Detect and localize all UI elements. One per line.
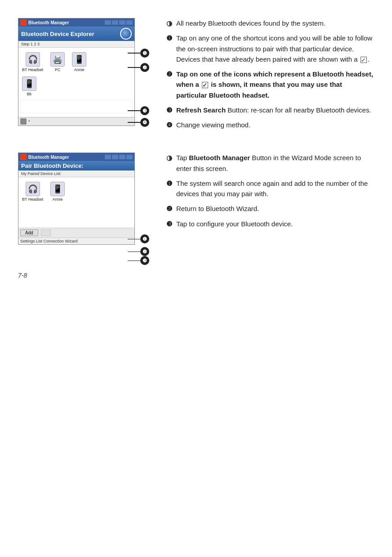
screen1-toolbar: ᵃ — [18, 117, 134, 126]
device-row-3: 🎧 BT Headset 📱 Annie — [20, 179, 133, 203]
screen2-header-title: Pair Bluetooth Device: — [21, 162, 84, 169]
desc-list-1: ◑ All nearby Bluetooth devices found by … — [166, 18, 374, 130]
screen2-tabs: Settings List Connection Wizard — [18, 238, 134, 244]
callout-line-1 — [128, 53, 140, 54]
screen1-header: Bluetooth Device Explorer — [18, 27, 134, 41]
titlebar-icons-2 — [105, 155, 133, 159]
titlebar-icons — [105, 20, 133, 25]
screen2-callout-2: ❷ — [128, 247, 149, 256]
bullet-1: ❶ — [166, 33, 174, 64]
callout-line-3 — [128, 110, 140, 111]
icon2 — [112, 20, 118, 25]
device-row-1: 🎧 BT Headset 🖨️ PC 📱 Annie — [20, 49, 133, 74]
desc-text-circle-1: All nearby Bluetooth devices found by th… — [176, 18, 374, 28]
headset-label: BT Headset — [22, 67, 43, 72]
bullet-3: ❸ — [166, 105, 174, 115]
callout-1: ❶ — [128, 49, 149, 58]
screen1-wrapper: Bluetooth Manager Bluetooth Device Explo… — [18, 18, 135, 126]
descriptions-2: ◑ Tap Bluetooth Manager Button in the Wi… — [166, 153, 374, 245]
screen1-body: 🎧 BT Headset 🖨️ PC 📱 Annie — [18, 48, 134, 117]
desc2-text-3: Tap to configure your Bluetooth device. — [176, 219, 374, 229]
screen2-callout-line-1 — [128, 239, 140, 240]
screen2-title: Bluetooth Manager — [28, 155, 103, 160]
screen1-header-title: Bluetooth Device Explorer — [21, 31, 94, 37]
icon4 — [126, 20, 133, 25]
bullet2-2: ❷ — [166, 203, 174, 214]
screen2-wrapper: Bluetooth Manager Pair Bluetooth Device: — [18, 153, 135, 245]
callout-num-2: ❷ — [140, 63, 149, 72]
screen2-body: 🎧 BT Headset 📱 Annie — [18, 177, 134, 228]
descriptions-1: ◑ All nearby Bluetooth devices found by … — [166, 18, 374, 135]
screen2-callout-num-2: ❷ — [140, 247, 149, 256]
add-button[interactable]: Add — [20, 229, 38, 236]
blank-area — [20, 100, 133, 113]
device-headset: 🎧 BT Headset — [22, 52, 43, 72]
refresh-search-label: Refresh Search — [176, 106, 226, 114]
bk-icon: 📱 — [22, 76, 36, 91]
section-1: Bluetooth Manager Bluetooth Device Explo… — [18, 18, 374, 135]
win-icon — [20, 19, 27, 26]
screen2-mockup: Bluetooth Manager Pair Bluetooth Device: — [18, 153, 135, 245]
device-annie-2: 📱 Annie — [50, 182, 65, 202]
desc-text-3: Refresh Search Button: re-scan for all n… — [176, 105, 374, 115]
screen2-container: Bluetooth Manager Pair Bluetooth Device: — [18, 153, 153, 245]
desc2-item-3: ❸ Tap to configure your Bluetooth device… — [166, 219, 374, 229]
screen1-steps: Step 1 2 3 — [18, 41, 134, 48]
screen1-titlebar: Bluetooth Manager — [18, 18, 134, 27]
callout-2: ❷ — [128, 63, 149, 72]
screen2-add-bar: Add — [18, 228, 134, 238]
screen2-callout-line-3 — [128, 261, 140, 261]
callout-line-4 — [128, 122, 140, 123]
bt-manager-bold: Bluetooth Manager — [189, 154, 250, 162]
desc-text-4: Change viewing method. — [176, 120, 374, 130]
callout-num-4: ❹ — [140, 118, 149, 127]
screen2-titlebar: Bluetooth Manager — [18, 153, 134, 161]
icon1 — [105, 20, 111, 25]
desc-text-2: Tap on one of the icons which represent … — [176, 69, 374, 100]
toolbar-text: ᵃ — [28, 119, 30, 124]
callout-line-2 — [128, 67, 140, 68]
screen1-mockup: Bluetooth Manager Bluetooth Device Explo… — [18, 18, 135, 126]
desc2-text-circle: Tap Bluetooth Manager Button in the Wiza… — [176, 153, 374, 174]
desc2-item-1: ❶ The system will search once again and … — [166, 178, 374, 199]
screen2-header: Pair Bluetooth Device: — [18, 161, 134, 171]
annie-label: Annie — [74, 67, 85, 72]
screen2-callout-3: ❸ — [128, 256, 149, 265]
desc-text-1: Tap on any one of the shortcut icons and… — [176, 33, 374, 64]
headset-label-2: BT Headset — [22, 197, 43, 202]
desc-item-1: ❶ Tap on any one of the shortcut icons a… — [166, 33, 374, 64]
callout-3: ❸ — [128, 106, 149, 115]
toolbar-icon-1 — [20, 118, 27, 125]
page-number: 7-8 — [18, 272, 27, 279]
desc2-item-2: ❷ Return to Bluetooth Wizard. — [166, 203, 374, 214]
device-annie: 📱 Annie — [72, 52, 86, 72]
grayed-button — [41, 229, 51, 236]
desc-list-2: ◑ Tap Bluetooth Manager Button in the Wi… — [166, 153, 374, 229]
checkbox-inline-2 — [202, 82, 208, 88]
device-pc: 🖨️ PC — [50, 52, 65, 72]
headset-icon-2: 🎧 — [26, 182, 40, 196]
section-2: Bluetooth Manager Pair Bluetooth Device: — [18, 153, 374, 245]
icon3 — [119, 20, 125, 25]
desc-item-circle-1: ◑ All nearby Bluetooth devices found by … — [166, 18, 374, 28]
page-footer: 7-8 — [18, 272, 374, 279]
callout-num-1: ❶ — [140, 49, 149, 58]
icon8 — [126, 155, 133, 159]
bt-globe — [120, 28, 132, 40]
bullet-4: ❹ — [166, 120, 174, 130]
callout-num-3: ❸ — [140, 106, 149, 115]
checkbox-inline-1 — [361, 57, 367, 63]
screen2-callout-line-2 — [128, 252, 140, 252]
desc-item-4: ❹ Change viewing method. — [166, 120, 374, 130]
screen1-title: Bluetooth Manager — [28, 20, 103, 25]
icon7 — [119, 155, 125, 159]
bullet-circle-1: ◑ — [166, 18, 174, 28]
device-row-2: 📱 Bk — [20, 74, 133, 98]
page: Bluetooth Manager Bluetooth Device Explo… — [0, 0, 392, 306]
pc-label: PC — [55, 67, 61, 72]
screen2-callout-num-1: ❶ — [140, 234, 149, 243]
device-bk: 📱 Bk — [22, 76, 36, 96]
callout-4: ❹ — [128, 118, 149, 127]
screen2-callout-1: ❶ — [128, 234, 149, 243]
screen1-container: Bluetooth Manager Bluetooth Device Explo… — [18, 18, 153, 135]
